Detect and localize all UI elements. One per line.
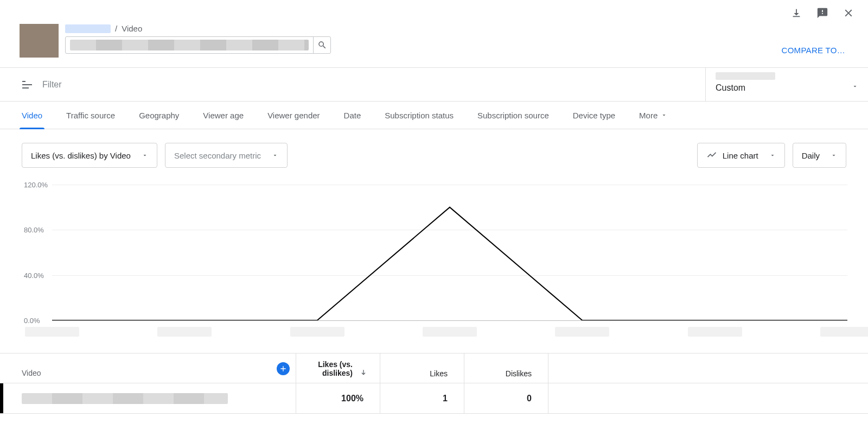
col-header-likes-vs-dislikes[interactable]: Likes (vs. dislikes) [296,353,380,383]
chevron-down-icon [272,152,278,159]
breadcrumb-current: Video [122,24,142,33]
granularity-select[interactable]: Daily [793,143,846,168]
tab-viewer-gender[interactable]: Viewer gender [267,101,320,129]
table-row[interactable]: 100% 1 0 [0,383,868,414]
sort-descending-icon [359,369,368,379]
filter-row: Custom [0,67,868,101]
breadcrumb-parent[interactable] [65,24,111,33]
download-icon[interactable] [790,7,803,20]
cell-likes-vs-dislikes: 100% [296,383,380,414]
x-tick-placeholder [820,327,868,337]
y-tick-label: 0.0% [24,317,40,325]
tab-subscription-status[interactable]: Subscription status [385,101,454,129]
col-header-video[interactable]: Video [22,369,41,377]
line-chart-icon [706,149,717,162]
table-header: Video Likes (vs. dislikes) Likes Dislike… [0,353,868,383]
chevron-down-icon [142,152,148,159]
col-header-likes[interactable]: Likes [380,353,464,383]
date-range-value-placeholder [716,72,775,80]
data-table: Video Likes (vs. dislikes) Likes Dislike… [0,353,868,414]
x-tick-placeholder [25,327,79,337]
secondary-metric-select[interactable]: Select secondary metric [165,143,288,168]
filter-input[interactable] [42,80,259,90]
tab-traffic-source[interactable]: Traffic source [66,101,115,129]
breadcrumb-separator: / [115,24,117,33]
x-tick-placeholder [688,327,742,337]
chart-x-ticks [52,327,847,338]
y-tick-label: 120.0% [24,181,48,189]
chevron-down-icon [661,112,667,118]
x-tick-placeholder [555,327,609,337]
top-action-icons [790,7,855,20]
chart-plot-area[interactable] [52,185,847,320]
tab-subscription-source[interactable]: Subscription source [477,101,549,129]
tab-date[interactable]: Date [344,101,361,129]
y-tick-label: 40.0% [24,271,44,279]
col-header-dislikes[interactable]: Dislikes [464,353,548,383]
add-column-button[interactable] [277,362,290,375]
y-tick-label: 80.0% [24,226,44,234]
cell-likes: 1 [380,383,464,414]
cell-empty [548,383,852,414]
video-thumbnail[interactable] [20,24,59,58]
granularity-label: Daily [802,151,820,160]
date-range-label: Custom [716,83,855,93]
tab-video[interactable]: Video [22,101,42,129]
cell-dislikes: 0 [464,383,548,414]
secondary-metric-label: Select secondary metric [174,151,261,160]
compare-to-button[interactable]: COMPARE TO… [782,46,846,55]
tab-more[interactable]: More [639,101,667,129]
primary-metric-label: Likes (vs. dislikes) by Video [31,151,131,160]
chevron-down-icon [852,83,858,90]
primary-metric-select[interactable]: Likes (vs. dislikes) by Video [22,143,157,168]
chevron-down-icon [831,152,837,159]
search-icon[interactable] [313,37,330,53]
chart-type-select[interactable]: Line chart [697,143,785,168]
video-header: / Video COMPARE TO… [20,24,848,58]
x-tick-placeholder [157,327,212,337]
tab-device-type[interactable]: Device type [573,101,615,129]
filter-icon[interactable] [21,78,34,91]
video-name-placeholder [22,393,228,404]
tab-viewer-age[interactable]: Viewer age [203,101,244,129]
video-search[interactable] [65,36,331,54]
chart-type-label: Line chart [723,151,758,160]
x-tick-placeholder [423,327,477,337]
chevron-down-icon [769,152,776,159]
col-header-empty [548,353,852,383]
close-icon[interactable] [842,7,855,20]
feedback-icon[interactable] [816,7,829,20]
date-range-picker[interactable]: Custom [705,68,868,101]
dimension-tabs: Video Traffic source Geography Viewer ag… [0,101,868,129]
breadcrumb: / Video [65,24,848,33]
chart-controls: Likes (vs. dislikes) by Video Select sec… [22,143,846,168]
metric-chart: 0.0%40.0%80.0%120.0% [24,185,847,342]
video-title-placeholder [70,40,309,50]
x-tick-placeholder [290,327,344,337]
tab-geography[interactable]: Geography [139,101,179,129]
